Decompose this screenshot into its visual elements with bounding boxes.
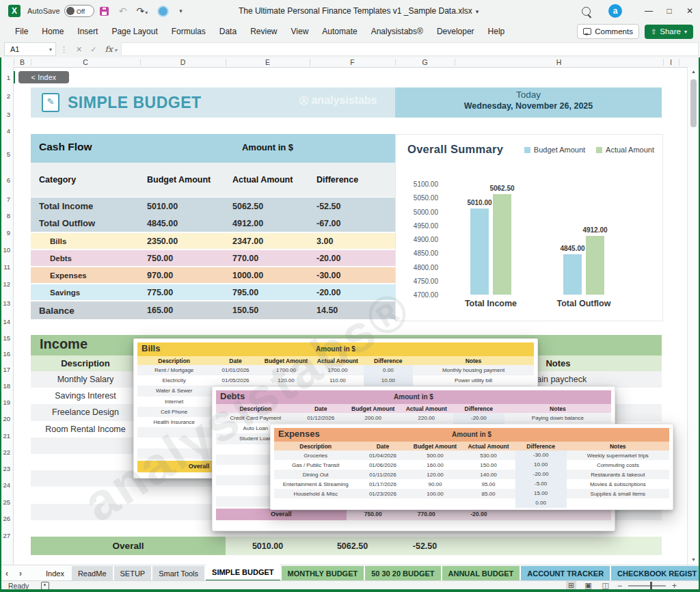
today-panel[interactable]: Today Wednesday, November 26, 2025: [395, 88, 662, 118]
cashflow-header[interactable]: Cash Flow Amount in $: [31, 134, 395, 163]
share-button[interactable]: ⇧ Share ▾: [645, 25, 693, 39]
sheet-tab-readme[interactable]: ReadMe: [72, 566, 113, 581]
row-header-12[interactable]: 12: [3, 280, 10, 288]
cancel-entry-icon[interactable]: ✕: [76, 45, 82, 54]
row-header-10[interactable]: 10: [3, 246, 10, 254]
cell-actual[interactable]: 2347.00: [226, 237, 310, 246]
zoom-out-icon[interactable]: −: [617, 581, 622, 591]
ribbon-tab-review[interactable]: Review: [243, 23, 284, 40]
row-headers[interactable]: 1234567891011121314151617181920212223242…: [0, 67, 14, 565]
cashflow-column-headers[interactable]: Category Budget Amount Actual Amount Dif…: [31, 163, 395, 197]
undo-icon[interactable]: ↶: [119, 6, 127, 16]
row-header-11[interactable]: 11: [3, 263, 10, 271]
income-description-cell[interactable]: Monthly Salary: [31, 375, 140, 384]
row-header-18[interactable]: 18: [3, 382, 10, 390]
sheet-tab-simple-budget[interactable]: SIMPLE BUDGET: [206, 565, 280, 582]
cell-difference[interactable]: 3.00: [310, 237, 395, 246]
scrollbar-thumb[interactable]: [690, 79, 697, 127]
row-header-4[interactable]: 4: [7, 127, 10, 135]
income-overall-row[interactable]: Overall 5010.00 5062.50 -52.50: [31, 537, 662, 555]
row-header-6[interactable]: 6: [7, 176, 10, 184]
minimize-button[interactable]: —: [638, 1, 659, 21]
row-header-9[interactable]: 9: [7, 229, 10, 237]
row-header-2[interactable]: 2: [7, 92, 10, 100]
ribbon-tab-file[interactable]: File: [8, 23, 35, 40]
cashflow-row-total-outflow[interactable]: Total Outflow4845.004912.00-67.00: [31, 215, 395, 232]
row-header-24[interactable]: 24: [3, 481, 10, 489]
zoom-in-icon[interactable]: +: [672, 581, 677, 591]
index-button[interactable]: < Index: [18, 71, 69, 83]
column-header-E[interactable]: E: [265, 57, 270, 67]
cashflow-row-expenses[interactable]: Expenses970.001000.00-30.00: [31, 267, 395, 283]
cashflow-row-savings[interactable]: Savings775.00795.00-20.00: [31, 284, 395, 300]
vertical-scrollbar[interactable]: ▲ ▼: [687, 67, 699, 565]
column-header-F[interactable]: F: [350, 57, 354, 67]
column-headers[interactable]: BCDEFGHI: [0, 57, 700, 68]
cell-difference[interactable]: -20.00: [310, 254, 395, 263]
ribbon-tab-automate[interactable]: Automate: [315, 23, 364, 40]
autosave-toggle[interactable]: AutoSave Off: [27, 5, 94, 17]
row-header-26[interactable]: 26: [3, 515, 10, 522]
cell-budget[interactable]: 2350.00: [140, 237, 226, 246]
row-header-7[interactable]: 7: [7, 196, 10, 203]
fx-icon[interactable]: fx ▾: [105, 44, 117, 54]
row-header-25[interactable]: 25: [3, 498, 10, 506]
ribbon-tab-page-layout[interactable]: Page Layout: [105, 23, 164, 40]
quick-access-caret-icon[interactable]: ▾: [179, 8, 183, 14]
ribbon-tab-formulas[interactable]: Formulas: [165, 23, 213, 40]
column-header-C[interactable]: C: [83, 57, 88, 67]
cell-budget[interactable]: 165.00: [140, 306, 226, 315]
row-header-23[interactable]: 23: [3, 465, 10, 472]
ribbon-tab-home[interactable]: Home: [35, 23, 70, 40]
row-header-3[interactable]: 3: [7, 111, 10, 118]
maximize-button[interactable]: □: [659, 1, 679, 21]
column-header-G[interactable]: G: [422, 57, 427, 67]
page-layout-view-icon[interactable]: ▣: [582, 581, 593, 590]
cell-difference[interactable]: -67.00: [310, 219, 395, 228]
cashflow-totals-block[interactable]: Total Income5010.005062.50-52.50Total Ou…: [31, 198, 395, 232]
column-header-B[interactable]: B: [20, 57, 25, 67]
cell-difference[interactable]: -52.50: [310, 202, 395, 211]
row-header-8[interactable]: 8: [7, 212, 10, 219]
income-description-cell[interactable]: Freelance Design: [31, 407, 140, 417]
ribbon-tab-insert[interactable]: Insert: [70, 23, 105, 40]
document-title[interactable]: The Ultimate Personal Finance Templates …: [239, 6, 479, 16]
close-button[interactable]: ✕: [679, 1, 700, 21]
cell-actual[interactable]: 150.50: [226, 306, 310, 315]
cell-budget[interactable]: 5010.00: [140, 202, 226, 211]
row-header-5[interactable]: 5: [7, 150, 10, 158]
row-header-22[interactable]: 22: [3, 448, 10, 456]
accessibility-icon[interactable]: [41, 582, 49, 590]
search-icon[interactable]: [582, 7, 591, 16]
row-header-15[interactable]: 15: [3, 334, 10, 342]
sheet-tab-monthly-budget[interactable]: MONTHLY BUDGET: [282, 566, 364, 581]
cell-difference[interactable]: -30.00: [310, 271, 395, 280]
formula-input[interactable]: [121, 42, 699, 56]
row-header-14[interactable]: 14: [3, 318, 10, 325]
scroll-down-icon[interactable]: ▼: [688, 555, 699, 565]
sheet-tab-annual-budget[interactable]: ANNUAL BUDGET: [442, 566, 520, 581]
row-header-21[interactable]: 21: [3, 432, 10, 440]
sheet-tab-smart-tools[interactable]: Smart Tools: [152, 566, 204, 581]
cell-difference[interactable]: -20.00: [310, 288, 395, 297]
cell-actual[interactable]: 770.00: [226, 254, 310, 263]
row-header-1[interactable]: 1: [7, 74, 10, 81]
ribbon-tab-analysistabs-[interactable]: Analysistabs®: [364, 23, 430, 40]
avatar[interactable]: a: [608, 4, 622, 18]
save-icon[interactable]: [100, 7, 109, 16]
cell-budget[interactable]: 970.00: [140, 271, 226, 280]
expenses-panel[interactable]: ExpensesAmount in $DescriptionDateBudget…: [270, 424, 673, 510]
zoom-slider[interactable]: [628, 585, 666, 587]
row-header-27[interactable]: 27: [3, 532, 10, 539]
ribbon-tab-help[interactable]: Help: [481, 23, 512, 40]
sheet-tab-setup[interactable]: SETUP: [114, 566, 152, 581]
sheet-tab-account-tracker[interactable]: ACCOUNT TRACKER: [521, 566, 610, 581]
comments-button[interactable]: Comments: [577, 24, 639, 39]
cell-actual[interactable]: 1000.00: [226, 271, 310, 280]
cashflow-row-total-income[interactable]: Total Income5010.005062.50-52.50: [31, 198, 395, 215]
column-header-I[interactable]: I: [670, 57, 672, 67]
cashflow-row-debts[interactable]: Debts750.00770.00-20.00: [31, 250, 395, 266]
page-break-view-icon[interactable]: ◫: [600, 581, 611, 590]
income-description-cell[interactable]: Room Rental Income: [31, 425, 140, 434]
cell-budget[interactable]: 750.00: [140, 254, 226, 263]
